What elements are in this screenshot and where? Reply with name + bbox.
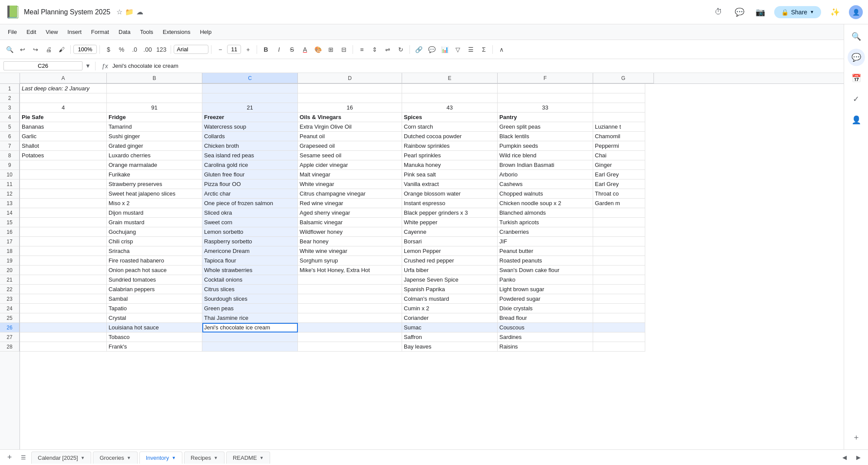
comments-button[interactable]: 💬 bbox=[733, 5, 746, 19]
percent-button[interactable]: % bbox=[116, 43, 128, 56]
cell-e20[interactable]: Urfa biber bbox=[402, 266, 498, 275]
dec-dec-button[interactable]: .0 bbox=[129, 43, 141, 56]
row-num-27[interactable]: 27 bbox=[0, 332, 20, 342]
cell-g2[interactable] bbox=[593, 93, 645, 103]
dec-inc-button[interactable]: .00 bbox=[142, 43, 154, 56]
cell-f12[interactable]: Chopped walnuts bbox=[498, 189, 593, 199]
col-header-b[interactable]: B bbox=[107, 73, 202, 83]
cell-c26-active[interactable]: Jeni's chocolate ice cream bbox=[202, 323, 298, 332]
font-selector[interactable]: Arial bbox=[174, 45, 208, 54]
cell-g28[interactable] bbox=[593, 342, 645, 352]
cell-g3[interactable] bbox=[593, 103, 645, 113]
row-num-9[interactable]: 9 bbox=[0, 160, 20, 170]
cell-d5[interactable]: Extra Virgin Olive Oil bbox=[298, 122, 402, 132]
tab-calendar[interactable]: Calendar [2025] ▼ bbox=[31, 452, 91, 464]
row-num-22[interactable]: 22 bbox=[0, 285, 20, 294]
row-num-6[interactable]: 6 bbox=[0, 132, 20, 141]
sheet-nav-next[interactable]: ▶ bbox=[852, 452, 865, 464]
cell-e27[interactable]: Saffron bbox=[402, 332, 498, 342]
cell-a22[interactable] bbox=[20, 285, 107, 294]
cell-c17[interactable]: Raspberry sorbetto bbox=[202, 237, 298, 246]
cell-c9[interactable]: Carolina gold rice bbox=[202, 160, 298, 170]
v-align-button[interactable]: ⇕ bbox=[369, 43, 381, 56]
comment-button[interactable]: 💬 bbox=[426, 43, 438, 56]
cell-d28[interactable] bbox=[298, 342, 402, 352]
cell-b3[interactable]: 91 bbox=[107, 103, 202, 113]
cell-b2[interactable] bbox=[107, 93, 202, 103]
cell-f28[interactable]: Raisins bbox=[498, 342, 593, 352]
row-num-21[interactable]: 21 bbox=[0, 275, 20, 285]
merge-button[interactable]: ⊟ bbox=[338, 43, 350, 56]
cell-d4[interactable]: Oils & Vinegars bbox=[298, 113, 402, 122]
folder-icon[interactable]: 📁 bbox=[125, 8, 134, 16]
cell-c12[interactable]: Arctic char bbox=[202, 189, 298, 199]
row-num-15[interactable]: 15 bbox=[0, 218, 20, 227]
cell-a21[interactable] bbox=[20, 275, 107, 285]
row-num-2[interactable]: 2 bbox=[0, 93, 20, 103]
cell-b12[interactable]: Sweet heat jalapeno slices bbox=[107, 189, 202, 199]
cell-c28[interactable] bbox=[202, 342, 298, 352]
cell-b8[interactable]: Luxardo cherries bbox=[107, 151, 202, 160]
cell-d12[interactable]: Citrus champagne vinegar bbox=[298, 189, 402, 199]
cell-f15[interactable]: Turkish apricots bbox=[498, 218, 593, 227]
cell-d11[interactable]: White vinegar bbox=[298, 179, 402, 189]
tab-groceries[interactable]: Groceries ▼ bbox=[93, 452, 137, 464]
row-num-8[interactable]: 8 bbox=[0, 151, 20, 160]
cell-b15[interactable]: Grain mustard bbox=[107, 218, 202, 227]
cell-e22[interactable]: Spanish Paprika bbox=[402, 285, 498, 294]
cell-d10[interactable]: Malt vinegar bbox=[298, 170, 402, 179]
sidebar-explore-icon[interactable]: 🔍 bbox=[848, 28, 865, 45]
cell-c8[interactable]: Sea island red peas bbox=[202, 151, 298, 160]
function-button[interactable]: Σ bbox=[478, 43, 490, 56]
cell-b5[interactable]: Tamarind bbox=[107, 122, 202, 132]
cell-d17[interactable]: Bear honey bbox=[298, 237, 402, 246]
font-color-button[interactable]: A bbox=[299, 43, 311, 56]
cell-g8[interactable]: Chai bbox=[593, 151, 645, 160]
cell-g27[interactable] bbox=[593, 332, 645, 342]
cell-b7[interactable]: Grated ginger bbox=[107, 141, 202, 151]
cell-e6[interactable]: Dutched cocoa powder bbox=[402, 132, 498, 141]
cell-a18[interactable] bbox=[20, 246, 107, 256]
cell-c22[interactable]: Citrus slices bbox=[202, 285, 298, 294]
cell-c21[interactable]: Cocktail onions bbox=[202, 275, 298, 285]
cell-f4[interactable]: Pantry bbox=[498, 113, 593, 122]
cell-c19[interactable]: Tapioca flour bbox=[202, 256, 298, 266]
cell-a23[interactable] bbox=[20, 294, 107, 304]
menu-file[interactable]: File bbox=[3, 27, 21, 37]
cell-f10[interactable]: Arborio bbox=[498, 170, 593, 179]
cell-a3[interactable]: 4 bbox=[20, 103, 107, 113]
row-num-5[interactable]: 5 bbox=[0, 122, 20, 132]
spark-button[interactable]: ✨ bbox=[828, 5, 842, 19]
rotate-button[interactable]: ↻ bbox=[395, 43, 407, 56]
cell-e23[interactable]: Colman's mustard bbox=[402, 294, 498, 304]
cell-g9[interactable]: Ginger bbox=[593, 160, 645, 170]
cell-b20[interactable]: Onion peach hot sauce bbox=[107, 266, 202, 275]
cell-g23[interactable] bbox=[593, 294, 645, 304]
cell-a6[interactable]: Garlic bbox=[20, 132, 107, 141]
cell-d6[interactable]: Peanut oil bbox=[298, 132, 402, 141]
cell-e2[interactable] bbox=[402, 93, 498, 103]
cell-e15[interactable]: White pepper bbox=[402, 218, 498, 227]
camera-button[interactable]: 📷 bbox=[753, 5, 767, 19]
cell-a8[interactable]: Potatoes bbox=[20, 151, 107, 160]
cell-d22[interactable] bbox=[298, 285, 402, 294]
row-num-14[interactable]: 14 bbox=[0, 208, 20, 218]
cell-a16[interactable] bbox=[20, 227, 107, 237]
currency-button[interactable]: $ bbox=[102, 43, 115, 56]
cell-f3[interactable]: 33 bbox=[498, 103, 593, 113]
col-header-a[interactable]: A bbox=[20, 73, 107, 83]
cell-a11[interactable] bbox=[20, 179, 107, 189]
row-num-7[interactable]: 7 bbox=[0, 141, 20, 151]
cell-b28[interactable]: Frank's bbox=[107, 342, 202, 352]
cell-b24[interactable]: Tapatio bbox=[107, 304, 202, 313]
cell-d25[interactable] bbox=[298, 313, 402, 323]
cell-d3[interactable]: 16 bbox=[298, 103, 402, 113]
cell-a13[interactable] bbox=[20, 199, 107, 208]
cell-c14[interactable]: Sliced okra bbox=[202, 208, 298, 218]
cell-c24[interactable]: Green peas bbox=[202, 304, 298, 313]
cell-f5[interactable]: Green split peas bbox=[498, 122, 593, 132]
cell-g19[interactable] bbox=[593, 256, 645, 266]
cell-b16[interactable]: Gochujang bbox=[107, 227, 202, 237]
cell-f17[interactable]: JIF bbox=[498, 237, 593, 246]
cell-b6[interactable]: Sushi ginger bbox=[107, 132, 202, 141]
